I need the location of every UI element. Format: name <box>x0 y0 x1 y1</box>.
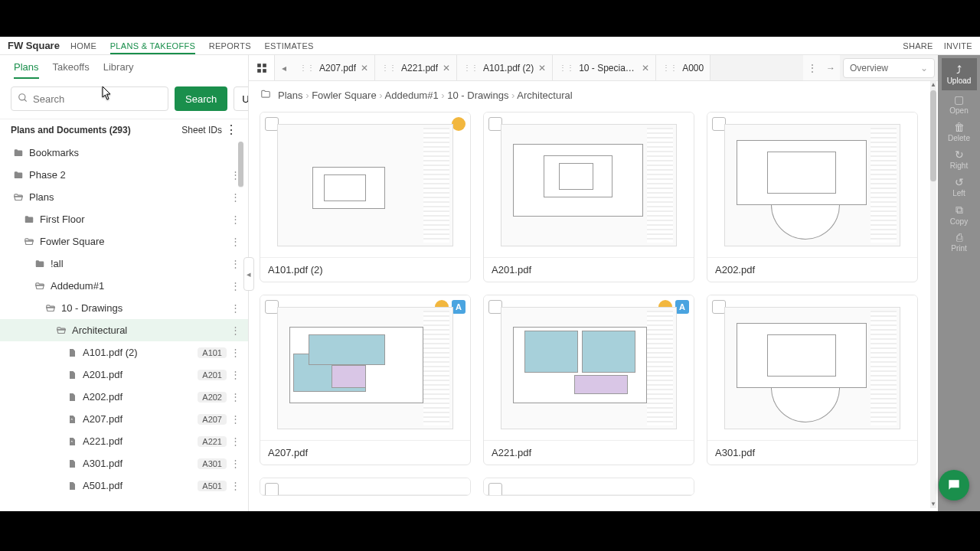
folder-open-icon <box>12 192 24 203</box>
nav-home[interactable]: HOME <box>70 41 96 51</box>
tree-node[interactable]: A201.pdfA201⋮ <box>0 364 248 386</box>
tree-scrollbar[interactable] <box>238 142 243 511</box>
scroll-up-icon[interactable]: ▲ <box>930 81 936 89</box>
scroll-down-icon[interactable]: ▼ <box>930 500 936 508</box>
doc-tab[interactable]: ⋮⋮A000 <box>656 55 710 80</box>
card-thumbnail[interactable] <box>484 112 694 258</box>
tool-label: Delete <box>948 134 970 142</box>
nav-share[interactable]: SHARE <box>903 41 933 51</box>
tree-node[interactable]: Plans⋮ <box>0 186 248 208</box>
close-icon[interactable]: ✕ <box>642 63 649 73</box>
tree-node-label: A101.pdf (2) <box>78 347 198 358</box>
content-scroll-thumb[interactable] <box>930 90 936 182</box>
collapse-sidebar-button[interactable]: ◂ <box>243 257 254 291</box>
doc-tab[interactable]: ⋮⋮A101.pdf (2)✕ <box>457 55 553 80</box>
tab-nav-next[interactable]: ⋮ <box>803 55 822 80</box>
tool-upload[interactable]: ⤴Upload <box>942 58 977 90</box>
svg-rect-5 <box>263 69 266 73</box>
sidebar-tab-library[interactable]: Library <box>103 61 134 79</box>
tree-node-label: A301.pdf <box>78 458 198 469</box>
card-thumbnail[interactable] <box>260 112 470 258</box>
plan-tree[interactable]: BookmarksPhase 2⋮Plans⋮First Floor⋮Fowle… <box>0 142 248 511</box>
drag-handle-icon[interactable]: ⋮⋮ <box>299 64 315 72</box>
card-thumbnail[interactable] <box>707 112 917 258</box>
card-thumbnail[interactable]: A <box>260 295 470 441</box>
folder-icon <box>260 89 272 102</box>
plan-card[interactable]: AA207.pdf <box>260 295 471 465</box>
search-input-wrap[interactable] <box>11 86 168 111</box>
drag-handle-icon[interactable]: ⋮⋮ <box>559 64 574 72</box>
sidebar-tab-plans[interactable]: Plans <box>14 61 39 79</box>
folder-icon <box>12 148 24 158</box>
tree-node[interactable]: Addedum#1⋮ <box>0 275 248 297</box>
tree-node[interactable]: Bookmarks <box>0 142 248 164</box>
card-checkbox[interactable] <box>488 483 502 496</box>
card-name: A202.pdf <box>707 258 917 282</box>
doc-tab[interactable]: ⋮⋮A221.pdf✕ <box>375 55 457 80</box>
breadcrumb-item[interactable]: Addedum#1 <box>385 90 439 101</box>
close-icon[interactable]: ✕ <box>443 63 450 73</box>
overview-select[interactable]: Overview ⌄ <box>843 58 935 78</box>
tree-node[interactable]: First Floor⋮ <box>0 208 248 230</box>
tree-node[interactable]: A221.pdfA221⋮ <box>0 430 248 452</box>
card-name: A207.pdf <box>260 441 470 465</box>
chat-fab[interactable] <box>939 470 969 500</box>
tree-scroll-thumb[interactable] <box>238 142 243 187</box>
breadcrumb-item[interactable]: Plans <box>278 90 303 101</box>
tab-nav-prev[interactable]: ◂ <box>275 55 293 80</box>
close-icon[interactable]: ✕ <box>361 63 368 73</box>
tree-node[interactable]: 10 - Drawings⋮ <box>0 297 248 319</box>
grid-view-button[interactable] <box>249 55 275 80</box>
plan-card[interactable] <box>483 478 694 496</box>
plan-card[interactable]: A202.pdf <box>707 112 918 282</box>
nav-plans-takeoffs[interactable]: PLANS & TAKEOFFS <box>110 41 195 54</box>
plan-card[interactable]: AA221.pdf <box>483 295 694 465</box>
tree-node[interactable]: Fowler Square⋮ <box>0 230 248 253</box>
plan-card[interactable]: A201.pdf <box>483 112 694 282</box>
brand: FW Square <box>8 40 60 51</box>
close-icon[interactable]: ✕ <box>538 63 546 73</box>
breadcrumb-item[interactable]: Architectural <box>517 90 572 101</box>
folder-open-icon <box>34 281 46 292</box>
folder-open-icon <box>44 303 57 314</box>
tree-node-label: Phase 2 <box>24 169 230 181</box>
card-thumbnail[interactable] <box>707 295 917 441</box>
doc-tab[interactable]: ⋮⋮10 - Specia ... e 003✕ <box>553 55 656 80</box>
tool-copy: ⧉Copy <box>942 201 977 228</box>
tree-node[interactable]: Architectural⋮ <box>0 319 248 341</box>
tree-node[interactable]: A202.pdfA202⋮ <box>0 386 248 408</box>
breadcrumb-item[interactable]: Fowler Square <box>312 90 377 101</box>
tool-print: ⎙Print <box>942 228 977 256</box>
nav-estimates[interactable]: ESTIMATES <box>264 41 313 51</box>
drag-handle-icon[interactable]: ⋮⋮ <box>381 64 397 72</box>
tree-node[interactable]: A207.pdfA207⋮ <box>0 408 248 430</box>
plan-card[interactable]: A301.pdf <box>707 295 918 465</box>
sidebar-tab-takeoffs[interactable]: Takeoffs <box>53 61 90 79</box>
tree-node[interactable]: !all⋮ <box>0 253 248 275</box>
search-button[interactable]: Search <box>175 86 227 111</box>
doc-tab[interactable]: ⋮⋮A207.pdf✕ <box>293 55 375 80</box>
plan-card[interactable]: A101.pdf (2) <box>260 112 471 282</box>
file-k-icon <box>66 436 78 447</box>
search-input[interactable] <box>33 93 162 105</box>
plan-card[interactable] <box>260 478 471 496</box>
sheet-ids-toggle[interactable]: Sheet IDs <box>181 125 222 135</box>
more-icon[interactable]: ⋮ <box>225 122 237 137</box>
card-checkbox[interactable] <box>265 483 279 496</box>
nav-invite[interactable]: INVITE <box>944 41 972 51</box>
drag-handle-icon[interactable]: ⋮⋮ <box>463 64 479 72</box>
tree-node[interactable]: Phase 2⋮ <box>0 164 248 186</box>
breadcrumb-item[interactable]: 10 - Drawings <box>447 90 508 101</box>
tree-node-label: Architectural <box>67 324 230 336</box>
tree-node[interactable]: A501.pdfA501⋮ <box>0 474 248 497</box>
tree-node[interactable]: A301.pdfA301⋮ <box>0 452 248 474</box>
drag-handle-icon[interactable]: ⋮⋮ <box>662 64 678 72</box>
tree-node[interactable]: A101.pdf (2)A101⋮ <box>0 341 248 364</box>
doc-tab-label: A207.pdf <box>319 63 356 73</box>
tab-nav-more[interactable]: → <box>822 55 840 80</box>
folder-open-icon <box>55 325 67 336</box>
nav-reports[interactable]: REPORTS <box>209 41 251 51</box>
content-scrollbar[interactable]: ▲ ▼ <box>930 81 936 508</box>
card-thumbnail[interactable]: A <box>484 295 694 441</box>
upload-button[interactable]: Upload <box>234 86 249 111</box>
